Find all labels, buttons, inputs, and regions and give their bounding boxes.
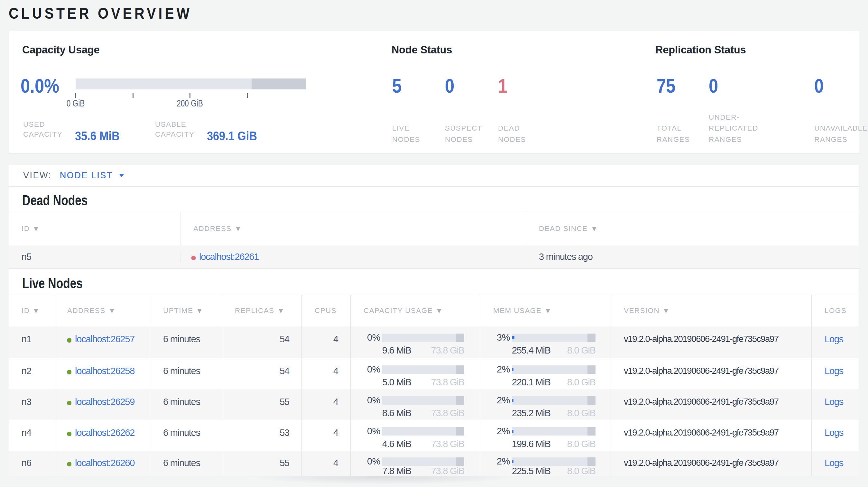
usage-used-value: 7.8 MiB xyxy=(382,466,411,476)
column-header-id[interactable]: ID xyxy=(9,212,180,246)
sort-desc-icon xyxy=(592,227,596,231)
mem-usage-cell: 2%225.5 MiB8.0 GiB xyxy=(480,451,611,476)
usage-bar xyxy=(382,396,464,404)
usage-used-value: 4.6 MiB xyxy=(382,439,411,449)
usage-total-value: 8.0 GiB xyxy=(567,466,595,476)
usage-bar-reserved xyxy=(587,333,595,342)
live-node-address-link[interactable]: localhost:26258 xyxy=(75,366,134,376)
usage-used-value: 199.6 MiB xyxy=(512,439,551,449)
column-header-label: DEAD SINCE xyxy=(539,225,588,233)
column-header-label: ADDRESS xyxy=(193,225,231,233)
usage-bar-reserved xyxy=(456,396,464,404)
column-header-dead-since[interactable]: DEAD SINCE xyxy=(526,212,859,246)
column-header-label: REPLICAS xyxy=(235,306,274,315)
live-node-id: n6 xyxy=(9,451,54,476)
column-header-address[interactable]: ADDRESS xyxy=(54,295,150,326)
capacity-stat-value: 35.6 MiB xyxy=(75,130,120,142)
live-node-replicas: 53 xyxy=(222,420,302,451)
status-metric-value: 75 xyxy=(657,76,701,96)
live-nodes-table-header: IDADDRESSUPTIMEREPLICASCPUSCAPACITY USAG… xyxy=(9,295,859,326)
usage-total-value: 8.0 GiB xyxy=(567,377,595,388)
column-header-version[interactable]: VERSION xyxy=(611,295,811,326)
sort-desc-icon xyxy=(34,227,38,231)
capacity-stat-value: 369.1 GiB xyxy=(207,130,257,142)
live-node-version: v19.2.0-alpha.20190606-2491-gfe735c9a97 xyxy=(611,451,811,476)
column-header-uptime[interactable]: UPTIME xyxy=(150,295,222,326)
usage-bar xyxy=(512,396,595,404)
logs-link[interactable]: Logs xyxy=(825,366,843,376)
column-header-logs[interactable]: LOGS xyxy=(811,295,859,326)
usage-total-value: 73.8 GiB xyxy=(431,345,464,356)
axis-tick xyxy=(247,93,248,98)
logs-link[interactable]: Logs xyxy=(825,397,843,407)
view-selector[interactable]: NODE LIST xyxy=(60,170,113,181)
live-node-address-link[interactable]: localhost:26262 xyxy=(75,427,134,438)
live-node-replicas: 54 xyxy=(222,358,302,389)
logs-link[interactable]: Logs xyxy=(825,458,843,468)
usage-used-value: 8.6 MiB xyxy=(382,408,411,419)
live-node-address-link[interactable]: localhost:26259 xyxy=(75,397,134,407)
column-header-label: LOGS xyxy=(825,306,846,315)
tables-container: VIEW: NODE LIST Dead Nodes IDADDRESSDEAD… xyxy=(9,165,859,476)
logs-link[interactable]: Logs xyxy=(825,427,843,438)
live-node-id: n1 xyxy=(9,326,54,358)
column-header-label: UPTIME xyxy=(163,306,193,315)
usage-percent: 2% xyxy=(493,456,510,467)
chevron-down-icon[interactable] xyxy=(119,174,124,177)
column-header-mem-usage[interactable]: MEM USAGE xyxy=(480,295,611,326)
usage-bar-reserved xyxy=(587,396,595,404)
usage-bar-fill xyxy=(512,460,514,463)
live-node-address-link[interactable]: localhost:26257 xyxy=(75,334,134,344)
capacity-usage-cell: 0%8.6 MiB73.8 GiB xyxy=(350,389,480,420)
live-node-cpus: 4 xyxy=(302,358,350,389)
live-node-row: n2localhost:262586 minutes5440%5.0 MiB73… xyxy=(9,358,859,389)
live-node-logs: Logs xyxy=(811,420,859,451)
live-node-logs: Logs xyxy=(811,358,859,389)
usage-used-value: 220.1 MiB xyxy=(512,377,551,388)
column-header-id[interactable]: ID xyxy=(9,295,54,326)
status-metric-value: 0 xyxy=(814,76,861,96)
dead-node-address-link[interactable]: localhost:26261 xyxy=(199,252,259,262)
column-header-capacity-usage[interactable]: CAPACITY USAGE xyxy=(350,295,480,326)
live-node-address-link[interactable]: localhost:26260 xyxy=(75,458,134,468)
live-node-address: localhost:26260 xyxy=(54,451,150,476)
live-node-row: n3localhost:262596 minutes5540%8.6 MiB73… xyxy=(9,389,859,420)
column-header-label: ID xyxy=(22,306,30,315)
column-header-address[interactable]: ADDRESS xyxy=(180,212,526,246)
live-node-row: n6localhost:262606 minutes5540%7.8 MiB73… xyxy=(9,451,859,476)
live-node-replicas: 55 xyxy=(222,389,302,420)
live-status-icon xyxy=(67,338,71,343)
usage-total-value: 73.8 GiB xyxy=(431,408,464,419)
live-node-address: localhost:26258 xyxy=(54,358,150,389)
logs-link[interactable]: Logs xyxy=(825,334,843,344)
usage-bar xyxy=(382,457,464,466)
capacity-stat-label: USABLECAPACITY xyxy=(155,119,194,139)
live-node-cpus: 4 xyxy=(302,420,350,451)
status-metric: 0UNAVAILABLERANGES xyxy=(814,76,868,145)
node-status-heading: Node Status xyxy=(392,44,452,55)
live-node-cpus: 4 xyxy=(302,451,350,476)
status-metric: 0UNDER-REPLICATEDRANGES xyxy=(709,76,814,145)
live-status-icon xyxy=(67,432,71,436)
status-metric-label: UNDER-REPLICATEDRANGES xyxy=(709,112,758,145)
live-node-logs: Logs xyxy=(811,389,859,420)
capacity-stat-label: USEDCAPACITY xyxy=(23,119,62,139)
live-node-version: v19.2.0-alpha.20190606-2491-gfe735c9a97 xyxy=(611,420,811,451)
view-label: VIEW: xyxy=(23,170,52,181)
live-node-replicas: 54 xyxy=(222,326,302,358)
column-header-cpus[interactable]: CPUS xyxy=(302,295,350,326)
live-node-address: localhost:26259 xyxy=(54,389,150,420)
usage-bar-reserved xyxy=(587,427,595,435)
usage-percent: 0% xyxy=(364,364,380,375)
capacity-usage-bar xyxy=(75,78,306,90)
column-header-replicas[interactable]: REPLICAS xyxy=(222,295,302,326)
sort-desc-icon xyxy=(197,309,202,313)
axis-tick xyxy=(189,93,190,98)
usage-bar xyxy=(512,365,595,374)
dead-node-id: n5 xyxy=(9,252,180,262)
usage-bar-fill xyxy=(512,336,515,339)
column-header-label: MEM USAGE xyxy=(493,306,541,315)
live-node-row: n4localhost:262626 minutes5340%4.6 MiB73… xyxy=(9,420,859,451)
dead-node-dead-since: 3 minutes ago xyxy=(526,252,859,262)
status-metric-value: 0 xyxy=(445,76,490,96)
